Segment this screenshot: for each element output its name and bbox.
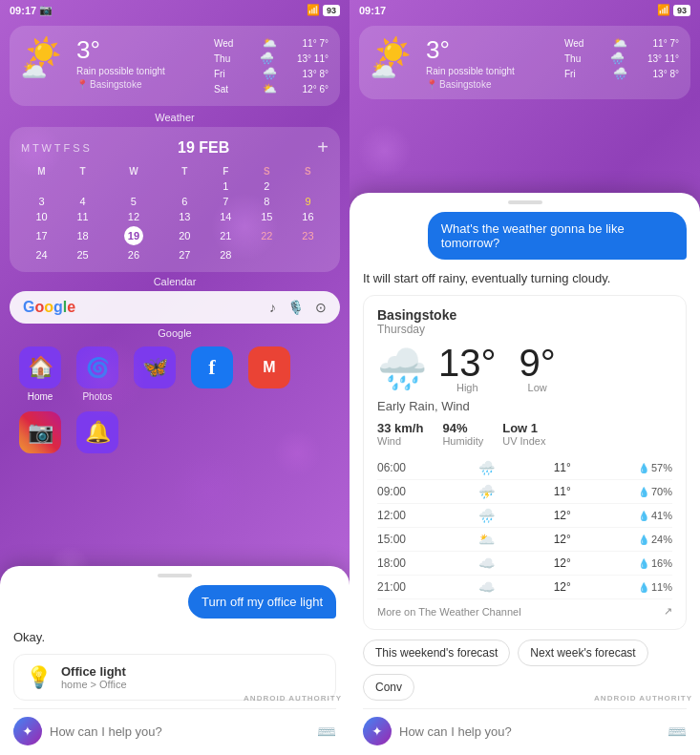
wcard-uv-label: UV Index [502,435,545,447]
app-facebook[interactable]: f [191,346,233,402]
app-row-2: 📷 🔔 [0,408,350,457]
photos-app-label: Photos [82,391,112,402]
right-status-bar: 09:17 📶 93 [350,0,700,20]
app-photos[interactable]: 🌀 Photos [76,346,118,402]
photos-app-icon: 🌀 [76,346,118,388]
right-location-pin-icon: 📍 [426,79,437,90]
wcard-main: 🌧️ 13° High 9° Low [377,344,672,393]
right-user-bubble: What's the weather gonna be like tomorro… [428,212,687,260]
right-watermark: ANDROID AUTHORITY [594,694,692,703]
right-status-right: 📶 93 [657,4,690,16]
device-location: home > Office [61,679,127,690]
weather-cloud-icon: 🌥️ [21,58,47,83]
right-weather-widget[interactable]: ☀️ 🌥️ 3° Rain possible tonight 📍 Basings… [359,26,690,99]
left-keyboard-icon[interactable]: ⌨️ [317,723,336,741]
extra1-app-icon: 🔔 [76,411,118,453]
left-battery-badge: 93 [323,5,340,16]
left-weather-forecast: Wed 🌥️ 11° 7° Thu 🌧️ 13° 11° Fri 🌧️ 13° … [214,35,329,96]
right-keyboard-icon[interactable]: ⌨️ [668,723,687,741]
cal-week-4: 17 18 19 20 21 22 23 [21,224,329,247]
calendar-add-button[interactable]: + [317,136,329,158]
wcard-humidity: 94% [442,421,483,435]
chip-conv[interactable]: Conv [363,674,414,701]
instagram-app-icon: 📷 [19,411,61,453]
left-assistant-avatar: ✦ [13,717,42,745]
calendar-month: 19 FEB [178,139,229,157]
hourly-1500: 15:00 🌥️ 12° 💧 24% [377,528,672,552]
location-pin-icon: 📍 [76,79,88,90]
wcard-stats: 33 km/h Wind 94% Humidity Low 1 UV Index [377,421,672,447]
drop-icon-2: 💧 [638,511,649,521]
hourly-0900: 09:00 ⛈️ 11° 💧 70% [377,480,672,504]
hourly-forecast: 06:00 🌧️ 11° 💧 57% 09:00 ⛈️ 11° 💧 70% 12… [377,456,672,599]
weather-channel-text: More on The Weather Channel [377,606,521,618]
left-app-grid: 🏠 Home 🌀 Photos 🦋 f M [0,341,350,408]
right-battery-badge: 93 [673,5,690,16]
drop-icon-5: 💧 [638,582,649,593]
app-instagram[interactable]: 📷 [19,411,61,453]
chip-next-week[interactable]: Next week's forecast [518,640,647,666]
left-weather-desc: Rain possible tonight [76,65,206,77]
left-assistant-response: Okay. [13,626,336,648]
left-assistant-sheet: Turn off my office light Okay. 💡 Office … [0,566,350,755]
forecast-row-3: Sat ⛅ 12° 6° [214,81,329,96]
left-watermark: ANDROID AUTHORITY [244,694,342,703]
right-sheet-handle [508,200,542,204]
wcard-temps: 13° High 9° Low [438,344,556,393]
right-time: 09:17 [359,5,386,16]
left-user-bubble: Turn off my office light [188,585,336,619]
hourly-2100: 21:00 ☁️ 12° 💧 11% [377,576,672,599]
left-calendar-label: Calendar [0,276,350,287]
wcard-wind-label: Wind [377,435,423,447]
wcard-icon: 🌧️ [377,346,427,392]
calendar-header: M T W T F S S 19 FEB + [21,136,329,158]
right-weather-card[interactable]: Basingstoke Thursday 🌧️ 13° High 9° Low … [363,295,687,630]
right-assistant-input[interactable] [399,724,660,739]
left-signal-icon: 📶 [307,4,320,16]
wcard-wind: 33 km/h [377,421,423,435]
voice-search-icon[interactable]: 🎙️ [287,300,304,315]
right-status-left: 09:17 [359,5,386,16]
wcard-high-temp: 13° [438,344,497,382]
lightbulb-icon: 💡 [26,665,52,690]
music-search-icon[interactable]: ♪ [269,300,276,315]
weather-channel-link[interactable]: More on The Weather Channel ↗ [377,599,672,618]
forecast-row-2: Fri 🌧️ 13° 8° [214,66,329,81]
hourly-1800: 18:00 ☁️ 12° 💧 16% [377,552,672,576]
wcard-location: Basingstoke [377,307,672,323]
right-assistant-sheet: What's the weather gonna be like tomorro… [350,193,700,755]
lens-search-icon[interactable]: ⊙ [315,300,327,315]
cal-week-5: 24 25 26 27 28 [21,247,329,262]
drop-icon-3: 💧 [638,535,649,545]
calendar-grid: M T W T F S S 1 2 [21,164,329,262]
drop-icon-1: 💧 [638,487,649,497]
forecast-chips: This weekend's forecast Next week's fore… [363,640,687,701]
left-status-bar: 09:17 📷 📶 93 [0,0,350,20]
forecast-row-1: Thu 🌧️ 13° 11° [214,51,329,66]
app-extra1[interactable]: 🔔 [76,411,118,453]
right-user-message-row: What's the weather gonna be like tomorro… [363,212,687,267]
calendar-today: 19 [124,226,143,245]
google-logo: Google [23,299,75,316]
left-panel: 09:17 📷 📶 93 ☀️ 🌥️ 3° Rain possible toni… [0,0,350,755]
app-gmail[interactable]: M [248,346,290,402]
gmail-app-icon: M [248,346,290,388]
left-weather-temp: 3° [76,35,206,65]
wcard-humidity-label: Humidity [442,435,483,447]
cal-week-3: 10 11 12 13 14 15 16 [21,209,329,224]
left-calendar-widget[interactable]: M T W T F S S 19 FEB + M T W T F S S [10,127,340,272]
left-weather-widget[interactable]: ☀️ 🌥️ 3° Rain possible tonight 📍 Basings… [10,26,340,106]
chip-weekend[interactable]: This weekend's forecast [363,640,510,666]
app-home[interactable]: 🏠 Home [19,346,61,402]
drop-icon-4: 💧 [638,558,649,569]
home-app-icon: 🏠 [19,346,61,388]
left-google-label: Google [0,327,350,339]
right-signal-icon: 📶 [657,4,670,16]
app-bluesky[interactable]: 🦋 [134,346,176,402]
wcard-low-temp: 9° [520,344,556,382]
hourly-1200: 12:00 🌧️ 12° 💧 41% [377,504,672,528]
left-assistant-input[interactable] [50,724,309,739]
right-assistant-avatar: ✦ [363,717,392,745]
left-status-left: 09:17 📷 [10,4,53,16]
left-search-bar[interactable]: Google ♪ 🎙️ ⊙ [10,291,340,324]
